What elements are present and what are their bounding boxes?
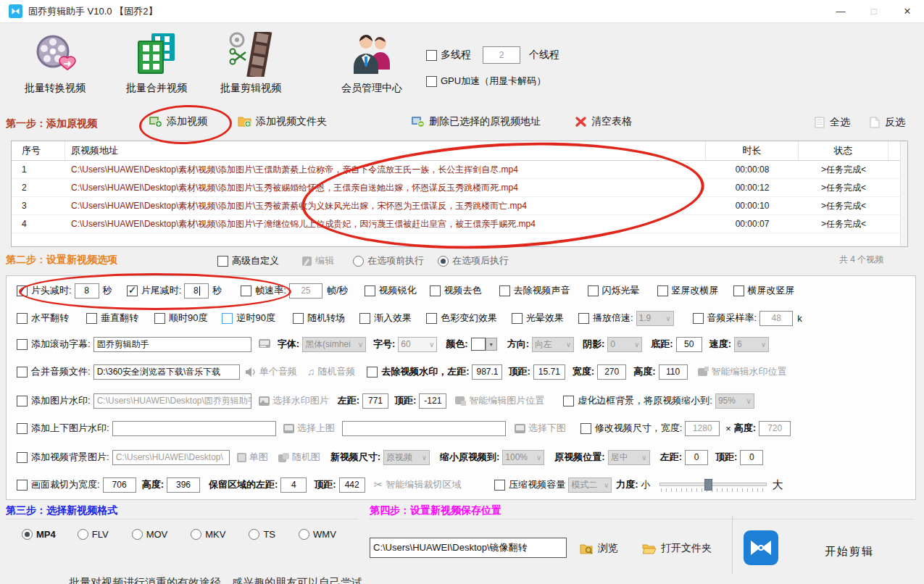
merge-audio-checkbox[interactable] [17, 367, 28, 377]
shrink-select[interactable]: 100% [502, 450, 544, 465]
member-center-button[interactable]: 会员管理中心 [328, 32, 416, 95]
table-row[interactable]: 4 C:\Users\HUAWEI\Desktop\素材\视频\添加图片\子澹继… [12, 215, 907, 233]
table-scrollbar[interactable] [900, 141, 907, 246]
format-flv-radio[interactable] [78, 529, 88, 540]
halo-fx-checkbox[interactable] [512, 313, 523, 324]
top-image-path-input[interactable] [112, 421, 276, 436]
format-mov-radio[interactable] [132, 529, 143, 540]
thread-count-input[interactable]: 2 [483, 46, 520, 64]
edit-button[interactable]: 编辑 [299, 254, 334, 267]
invert-select-button[interactable]: 反选 [870, 116, 905, 129]
table-row[interactable]: 1 C:\Users\HUAWEI\Desktop\素材\视频\添加图片\王儇助… [12, 161, 907, 179]
format-wmv-radio[interactable] [299, 529, 309, 540]
exec-before-radio[interactable] [353, 256, 364, 267]
sharpen-checkbox[interactable] [365, 285, 375, 296]
batch-merge-button[interactable]: 批量合并视频 [112, 32, 201, 95]
hflip-checkbox[interactable] [17, 313, 28, 324]
format-mkv-radio[interactable] [191, 529, 201, 540]
resize-width-input[interactable]: 1280 [685, 421, 720, 436]
fadein-checkbox[interactable] [359, 313, 370, 324]
single-audio-button[interactable]: 单个音频 [243, 365, 297, 378]
compress-mode-select[interactable]: 模式二 [568, 477, 612, 493]
scroll-subtitle-checkbox[interactable] [17, 339, 28, 350]
position-select[interactable]: 居中 [608, 450, 650, 465]
random-image-button[interactable]: 随机图 [275, 451, 320, 464]
choose-bottom-image-button[interactable]: 选择下图 [512, 422, 566, 435]
crop-left-input[interactable]: 4 [280, 477, 307, 493]
head-trim-input[interactable]: 8 [75, 283, 99, 299]
random-transition-checkbox[interactable] [293, 313, 304, 324]
crop-width-input[interactable]: 706 [103, 477, 136, 493]
slider-thumb[interactable] [704, 479, 712, 491]
bg-left-input[interactable]: 0 [685, 450, 708, 465]
close-button[interactable]: ✕ [891, 0, 924, 22]
fps-input[interactable]: 25 [289, 283, 322, 299]
font-select[interactable]: 黑体(simhei [302, 337, 366, 352]
resize-height-input[interactable]: 720 [759, 421, 791, 436]
rotate-cw90-checkbox[interactable] [154, 313, 165, 324]
minimize-button[interactable]: — [824, 0, 857, 22]
vflip-checkbox[interactable] [86, 313, 97, 324]
bg-top-input[interactable]: 0 [740, 450, 763, 465]
add-video-button[interactable]: 添加视频 [149, 115, 207, 128]
flicker-halo-checkbox[interactable] [588, 285, 599, 296]
tail-trim-checkbox[interactable] [127, 285, 138, 296]
remove-watermark-checkbox[interactable] [367, 367, 378, 377]
font-color-picker[interactable]: ▼ [471, 338, 497, 351]
color-fx-checkbox[interactable] [426, 313, 437, 324]
playback-speed-checkbox[interactable] [578, 313, 589, 324]
background-image-checkbox[interactable] [17, 452, 28, 463]
batch-clip-button[interactable]: 批量剪辑视频 [207, 32, 295, 95]
scroll-subtitle-input[interactable]: 固乔剪辑助手 [93, 337, 251, 352]
start-clip-button[interactable]: 开始剪辑 [825, 545, 874, 559]
wm-height-input[interactable]: 110 [659, 364, 688, 380]
sample-rate-checkbox[interactable] [693, 313, 704, 324]
save-path-input[interactable]: C:\Users\HUAWEI\Desktop\镜像翻转 [370, 538, 567, 558]
compress-checkbox[interactable] [494, 480, 505, 491]
background-image-path-input[interactable]: C:\Users\HUAWEI\Desktop\ [112, 450, 230, 465]
portrait-to-landscape-checkbox[interactable] [657, 285, 668, 296]
advanced-custom-checkbox[interactable] [217, 256, 228, 267]
start-clip-icon-button[interactable] [744, 530, 778, 567]
smart-image-position-button[interactable]: 智能编辑图片位置 [452, 394, 544, 407]
shadow-select[interactable]: 0 [607, 337, 642, 352]
image-watermark-checkbox[interactable] [17, 396, 28, 406]
table-row[interactable]: 3 C:\Users\HUAWEI\Desktop\素材\视频\添加图片\玉秀被… [12, 197, 907, 215]
multithread-checkbox[interactable] [426, 50, 437, 61]
format-mp4-radio[interactable] [22, 529, 33, 540]
crop-top-input[interactable]: 442 [339, 477, 365, 493]
img-left-input[interactable]: 771 [362, 393, 388, 409]
tail-trim-input[interactable]: 8 [184, 283, 209, 299]
sample-rate-input[interactable]: 48 [759, 311, 793, 326]
wm-left-input[interactable]: 987.1 [472, 364, 502, 380]
gpu-checkbox[interactable] [426, 76, 437, 87]
exec-after-radio[interactable] [438, 256, 449, 267]
batch-convert-button[interactable]: 批量转换视频 [11, 32, 99, 95]
img-top-input[interactable]: -121 [419, 393, 446, 409]
image-watermark-path-input[interactable]: C:\Users\HUAWEI\Desktop\固乔剪辑助手 [93, 393, 251, 409]
open-folder-button[interactable]: 打开文件夹 [642, 542, 712, 555]
format-ts-radio[interactable] [249, 529, 259, 540]
crop-height-input[interactable]: 396 [167, 477, 200, 493]
font-size-select[interactable]: 60 [398, 337, 437, 352]
smart-crop-button[interactable]: 智能编辑裁切区域 [371, 478, 462, 491]
crop-checkbox[interactable] [17, 480, 28, 491]
scroll-speed-select[interactable]: 6 [734, 337, 769, 352]
topbottom-watermark-checkbox[interactable] [17, 423, 28, 434]
wm-width-input[interactable]: 270 [597, 364, 626, 380]
landscape-to-portrait-checkbox[interactable] [733, 285, 744, 296]
maximize-button[interactable]: □ [857, 0, 891, 22]
resize-video-checkbox[interactable] [580, 423, 591, 434]
fps-checkbox[interactable] [241, 285, 251, 296]
select-all-button[interactable]: 全选 [815, 116, 850, 129]
blur-shrink-select[interactable]: 95% [715, 393, 754, 409]
compress-strength-slider[interactable] [659, 477, 767, 492]
new-size-select[interactable]: 原视频 [383, 450, 430, 465]
choose-watermark-image-button[interactable]: 选择水印图片 [256, 394, 329, 407]
decolor-checkbox[interactable] [430, 285, 441, 296]
remove-audio-checkbox[interactable] [499, 285, 510, 296]
wm-top-input[interactable]: 15.71 [533, 364, 565, 380]
direction-select[interactable]: 向左 [532, 337, 574, 352]
rotate-ccw90-checkbox[interactable] [222, 313, 233, 324]
bottom-margin-input[interactable]: 50 [676, 337, 702, 352]
